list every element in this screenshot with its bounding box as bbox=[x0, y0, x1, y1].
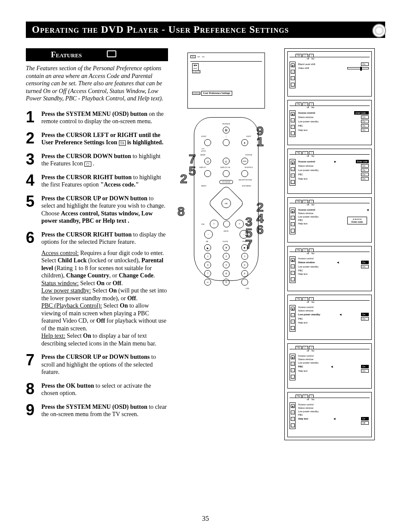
tv-screen-mock: TA off fav ◉ ▶dvd 2:45:27 0:00:14 User P… bbox=[187, 53, 265, 109]
cc-button[interactable]: CC bbox=[204, 279, 211, 286]
num-2[interactable]: 2 bbox=[223, 253, 230, 260]
step-7: 7 Press the CURSOR UP or DOWN buttons to… bbox=[26, 353, 168, 376]
step-1: 1 Press the SYSTEM MENU (OSD) button on … bbox=[26, 110, 168, 125]
mode-button[interactable] bbox=[223, 139, 230, 146]
sleep-button[interactable] bbox=[204, 139, 211, 146]
mute-button[interactable] bbox=[223, 221, 230, 227]
step-4: 4 Press the CURSOR RIGHT button to highl… bbox=[26, 174, 168, 189]
tv-icon: ▣ bbox=[291, 63, 295, 67]
step-6-details: Access control: Requires a four digit co… bbox=[41, 249, 168, 348]
middle-column: TA off fav ◉ ▶dvd 2:45:27 0:00:14 User P… bbox=[181, 48, 271, 440]
step-number: 3 bbox=[26, 152, 41, 168]
num-9[interactable]: 9 bbox=[241, 270, 248, 277]
play-button[interactable]: ▶ bbox=[204, 244, 211, 251]
osd-screen-3: TA▢√ off fav ▣◁⬭⬚ Access control▶Enter c… bbox=[287, 149, 372, 194]
disc-icon bbox=[372, 24, 386, 37]
osd-screen-8: TA▢√ off fav ▣◁⬭⬚ Access control Status … bbox=[287, 392, 372, 437]
ok-button[interactable]: OK bbox=[221, 199, 231, 208]
repeat-ab-button[interactable] bbox=[223, 170, 230, 177]
cursor-pad[interactable]: OK bbox=[213, 190, 239, 216]
left-column: Features The Features section of the Per… bbox=[26, 48, 168, 440]
step-5: 5 Press the CURSOR UP or DOWN button to … bbox=[26, 195, 168, 225]
pref-icon: TA bbox=[119, 140, 126, 146]
tvdvd-button[interactable]: TV/DVD bbox=[219, 180, 234, 184]
speaker-icon: ◁ bbox=[291, 70, 295, 74]
lock-icon: ⬚ bbox=[291, 83, 295, 87]
osd-button[interactable]: OSD bbox=[241, 158, 248, 165]
page-title: Operating the DVD Player - User Preferen… bbox=[26, 22, 385, 38]
callout-8: 8 bbox=[177, 204, 185, 219]
step-number: 4 bbox=[26, 174, 41, 189]
ch-down[interactable]: − bbox=[240, 230, 248, 239]
osd-screen-6: TA▢√ off fav ▣◁⬭⬚ Access control Status … bbox=[287, 295, 372, 340]
num-3[interactable]: 3 bbox=[241, 253, 248, 260]
vol-down[interactable]: − bbox=[204, 230, 213, 239]
features-icon: ▢ bbox=[84, 162, 91, 167]
remote-control: POWER ⏻ SLEEP⬚EJECT ▲ ○TV●VCR MODESYSTEM… bbox=[194, 117, 258, 281]
subtitle-button[interactable] bbox=[241, 170, 248, 177]
osd-screen-2: TA▢√ off fav ▣◁⬭⬚ Access controlenter co… bbox=[287, 100, 372, 145]
page-number: 35 bbox=[202, 515, 209, 523]
step-number: 8 bbox=[26, 382, 41, 397]
callout-2: 2 bbox=[180, 171, 187, 186]
num-7[interactable]: 7 bbox=[204, 270, 211, 277]
osd-screen-1: TA▢√ off fav ▣◁⬭⬚ Black Level shiftOn Vi… bbox=[287, 51, 372, 96]
step-number: 5 bbox=[26, 195, 41, 225]
osd-screen-7: TA▢√ off fav ▣◁⬭⬚ Access control Status … bbox=[287, 343, 372, 389]
power-button[interactable]: ⏻ bbox=[223, 127, 230, 134]
num-8[interactable]: 8 bbox=[223, 270, 230, 277]
center-btn[interactable]: ◎ bbox=[223, 158, 230, 165]
vol-up[interactable]: + bbox=[210, 220, 218, 228]
step-number: 1 bbox=[26, 110, 41, 125]
osd-screen-4: TA▢√ off fav ▣◁⬭⬚ Access control◀ Status… bbox=[287, 197, 372, 243]
ch-up[interactable]: + bbox=[235, 220, 244, 228]
num-6[interactable]: 6 bbox=[241, 261, 248, 268]
step-number: 9 bbox=[26, 403, 41, 418]
mode-btn[interactable]: ◎ bbox=[204, 158, 211, 165]
step-3: 3 Press the CURSOR DOWN button to highli… bbox=[26, 152, 168, 168]
num-1[interactable]: 1 bbox=[204, 253, 211, 260]
step-9: 9 Press the SYSTEM MENU (OSD) button to … bbox=[26, 403, 168, 418]
speech-icon: ⬭ bbox=[291, 76, 295, 80]
step-6: 6 Press the CURSOR RIGHT button to displ… bbox=[26, 231, 168, 246]
step-number: 6 bbox=[26, 231, 41, 246]
repeat-button[interactable] bbox=[204, 170, 211, 177]
eject-button[interactable]: ▲ bbox=[241, 139, 248, 146]
osd-screen-5: TA▢√ off fav ▣◁⬭⬚ Access control Status … bbox=[287, 246, 372, 291]
acr-button[interactable] bbox=[241, 279, 248, 286]
features-heading: Features bbox=[26, 48, 168, 61]
right-column: TA▢√ off fav ▣◁⬭⬚ Black Level shiftOn Vi… bbox=[284, 48, 375, 440]
enter-code-dialog: # # # # # Enter code bbox=[347, 217, 367, 224]
step-number: 2 bbox=[26, 131, 41, 146]
num-0[interactable]: 0 bbox=[223, 279, 230, 286]
step-number: 7 bbox=[26, 353, 41, 376]
stop-button[interactable]: ■ bbox=[241, 244, 248, 251]
step-8: 8 Press the OK button to select or activ… bbox=[26, 382, 168, 397]
intro-text: The Features section of the Personal Pre… bbox=[26, 65, 168, 103]
pause-button[interactable]: ⏸ bbox=[223, 244, 230, 251]
num-4[interactable]: 4 bbox=[204, 261, 211, 268]
num-5[interactable]: 5 bbox=[223, 261, 230, 268]
step-2: 2 Press the CURSOR LEFT or RIGHT until t… bbox=[26, 131, 168, 146]
